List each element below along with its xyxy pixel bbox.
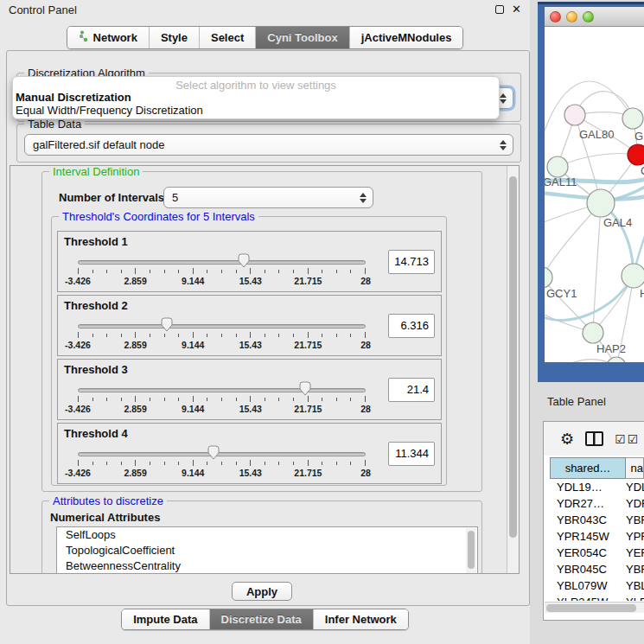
list-item[interactable]: SelfLoops [57,527,477,543]
table-row[interactable]: YPR145WYPR1 [550,528,644,545]
scale-label: 9.144 [182,468,204,478]
scale-label: 28 [360,276,371,286]
settings-scrollbar[interactable] [507,166,519,573]
network-edge[interactable] [558,154,638,167]
table-row[interactable]: YBR043CYBR0 [550,512,644,528]
threshold-4-value-field[interactable]: 11.344 [388,442,435,466]
network-node[interactable] [545,267,552,288]
close-traffic-light-icon[interactable] [550,11,561,22]
attributes-list-scrollbar[interactable] [466,528,476,574]
minimize-traffic-light-icon[interactable] [566,11,577,22]
tab-cyni-toolbox[interactable]: Cyni Toolbox [255,27,348,48]
threshold-3-slider-thumb[interactable] [298,381,312,399]
table-data-value: galFiltered.sif default node [33,138,164,151]
cell-name: YER0 [626,546,644,559]
tab-impute-data[interactable]: Impute Data [122,609,208,629]
control-panel-titlebar: Control Panel ✕ [0,0,530,19]
table-row[interactable]: YBR045CYBR0 [550,561,644,577]
table-data-combobox[interactable]: galFiltered.sif default node [24,134,513,156]
table-panel-title: Table Panel [547,395,606,408]
close-icon[interactable]: ✕ [512,5,521,14]
threshold-1-value-field[interactable]: 14.713 [388,250,435,274]
cell-shared-name: YDL19… [550,481,626,494]
right-dock: GAL80G.CGAL11GAL4GCY1HHAP2 Table Panel ⚙… [530,0,644,644]
column-header[interactable]: shared… [550,457,626,479]
table-header-row[interactable]: shared…na [550,457,644,479]
table-row[interactable]: YBL079WYBL0 [550,577,644,594]
combo-arrows-icon [360,193,367,203]
table-row[interactable]: YDR27…YDR2 [550,495,644,512]
scale-label: 15.43 [239,404,262,414]
scale-label: -3.426 [65,468,91,478]
gear-icon[interactable]: ⚙ [560,431,574,447]
threshold-1-slider-track[interactable] [78,260,366,265]
table-horizontal-scrollbar[interactable] [545,602,644,613]
network-node[interactable] [622,264,644,288]
table-row[interactable]: YLR345WYLR3 [550,594,644,601]
network-node[interactable] [607,357,626,362]
threshold-3-slider-track[interactable] [78,388,366,392]
threshold-4-slider-track[interactable] [78,452,366,456]
cell-shared-name: YBL079W [550,579,626,592]
panel-title: Control Panel [9,3,77,16]
checkbox-icon[interactable]: ☑ [615,432,626,446]
tab-jactivemnodules[interactable]: jActiveMNodules [349,27,463,48]
dropdown-option[interactable]: Equal Width/Frequency Discretization [13,104,499,117]
tab-infer-network[interactable]: Infer Network [313,609,408,629]
cyni-toolbox-panel: Discretization Algorithm Select algorith… [6,50,530,606]
network-node[interactable] [547,156,568,177]
network-node[interactable] [628,144,644,165]
threshold-4-slider-thumb[interactable] [207,445,220,463]
checkbox-icon[interactable]: ☑ [628,432,639,446]
cell-name: YLR3 [626,596,644,601]
threshold-2-slider-thumb[interactable] [160,317,174,335]
threshold-3-value-field[interactable]: 21.4 [388,378,435,402]
network-node[interactable] [587,189,615,217]
combo-arrows-icon [500,140,507,150]
network-node[interactable] [583,322,603,343]
slider-ticks [78,460,366,467]
cell-shared-name: YPR145W [550,530,626,543]
list-item[interactable]: BetweennessCentrality [57,558,477,574]
numerical-attributes-list[interactable]: SelfLoopsTopologicalCoefficientBetweenne… [56,526,478,574]
network-icon [79,30,89,45]
tab-style[interactable]: Style [149,27,199,48]
node-table[interactable]: shared…naYDL19…YDL1YDR27…YDR2YBR043CYBR0… [550,457,644,601]
cell-shared-name: YBR045C [550,563,626,576]
interval-definition-group: Interval Definition Number of Intervals … [41,171,482,492]
table-row[interactable]: YDL19…YDL1 [550,479,644,495]
attributes-group: Attributes to discretize Numerical Attri… [41,501,482,574]
network-node[interactable] [622,108,643,129]
tab-select[interactable]: Select [199,27,255,48]
control-panel-window: Control Panel ✕ NetworkStyleSelectCyni T… [0,0,530,644]
network-node-label: GAL11 [545,175,577,188]
cell-shared-name: YDR27… [550,497,626,510]
slider-ticks [78,268,366,275]
threshold-2-value-field[interactable]: 6.316 [388,314,435,338]
threshold-2-slider-track[interactable] [78,324,366,328]
zoom-traffic-light-icon[interactable] [583,11,594,22]
table-row[interactable]: YER054CYER0 [550,545,644,561]
threshold-panel-4: Threshold 4-3.4262.8599.14415.4321.71528… [57,423,442,484]
list-item[interactable]: TopologicalCoefficient [57,543,477,558]
network-window-titlebar[interactable] [545,7,644,27]
tab-network[interactable]: Network [67,27,149,48]
algorithm-dropdown-popup: Select algorithm to view settings Manual… [12,76,500,119]
column-header[interactable]: na [626,457,644,479]
scale-label: -3.426 [65,404,91,414]
threshold-2-label: Threshold 2 [64,299,128,312]
tab-discretize-data[interactable]: Discretize Data [209,609,313,629]
network-node[interactable] [564,105,585,125]
threshold-1-slider-thumb[interactable] [237,253,251,271]
network-canvas[interactable]: GAL80G.CGAL11GAL4GCY1HHAP2 [545,27,644,362]
apply-button[interactable]: Apply [232,582,292,601]
cell-name: YBR0 [626,563,644,576]
columns-icon[interactable] [585,431,603,446]
dropdown-option[interactable]: Manual Discretization [13,91,499,104]
number-of-intervals-combobox[interactable]: 5 [163,187,373,208]
screen: Control Panel ✕ NetworkStyleSelectCyni T… [0,0,644,644]
float-window-icon[interactable] [495,5,504,14]
cell-name: YBL0 [626,579,644,592]
scale-label: 15.43 [239,468,262,478]
network-edge[interactable] [545,360,616,362]
